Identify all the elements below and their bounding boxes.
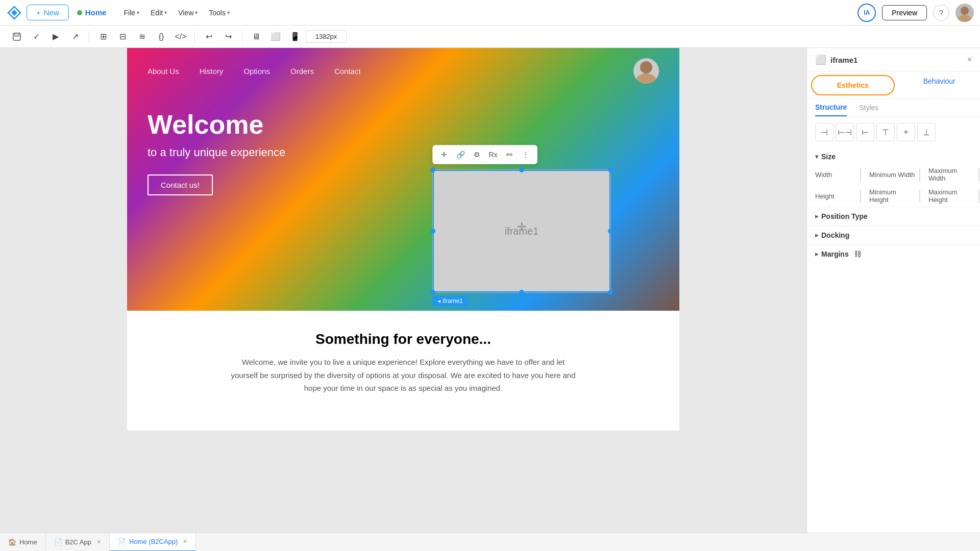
handle-top-right[interactable] [608, 167, 613, 172]
iframe-move-tool[interactable]: ✛ [437, 147, 451, 162]
hero-content: Welcome to a truly unique experience Con… [148, 109, 285, 195]
align-left[interactable]: ⊣ [815, 123, 834, 141]
nav-options[interactable]: Options [243, 67, 270, 76]
components-tool[interactable]: ⊞ [94, 28, 112, 45]
new-label: New [44, 8, 59, 17]
tools-label: Tools [209, 9, 226, 17]
handle-top-mid[interactable] [519, 167, 524, 172]
iframe-connect-tool[interactable]: ⚯ [502, 147, 517, 162]
subtab-styles[interactable]: Styles [859, 104, 878, 116]
height-input[interactable] [861, 190, 861, 203]
topbar: + New Home File ▾ Edit ▾ View ▾ Tools ▾ … [0, 0, 980, 26]
tab-home-b2capp[interactable]: 📄 Home (B2CApp) ✕ [110, 533, 196, 552]
nav-about[interactable]: About Us [148, 67, 179, 76]
canvas-scroll[interactable]: About Us History Options Orders Contact [0, 48, 806, 533]
site-nav: About Us History Options Orders Contact [127, 48, 679, 94]
max-height-input[interactable] [979, 190, 979, 203]
layers-tool[interactable]: ⊟ [114, 28, 131, 45]
redo-tool[interactable]: ↪ [219, 28, 237, 45]
handle-bottom-mid[interactable] [519, 290, 524, 295]
panel-icon: ⬜ [815, 54, 826, 65]
panel-title-text: iframe1 [830, 56, 857, 64]
tab-behaviour[interactable]: Behaviour [899, 72, 981, 98]
site-content: Something for everyone... Welcome, we in… [127, 311, 679, 425]
panel-title: ⬜ iframe1 [815, 54, 857, 65]
tab-b2c-close[interactable]: ✕ [96, 539, 101, 545]
html-tool[interactable]: </> [172, 28, 189, 45]
code-tool[interactable]: {} [153, 28, 170, 45]
width-row: Width % Minimum Width Maximum Width [807, 164, 980, 185]
margins-section[interactable]: ▸ Margins ⛓ [807, 244, 980, 263]
align-top[interactable]: ⊤ [876, 123, 895, 141]
subtab-structure[interactable]: Structure [815, 103, 847, 116]
handle-right-mid[interactable] [608, 229, 613, 234]
menu-view[interactable]: View ▾ [173, 6, 203, 20]
nav-contact[interactable]: Contact [334, 67, 361, 76]
hero-title: Welcome [148, 109, 285, 140]
save-tool[interactable] [8, 28, 26, 45]
divider-3 [242, 31, 242, 43]
iframe-more-tool[interactable]: ⋮ [519, 147, 533, 162]
tab-b2c-icon: 📄 [54, 538, 62, 546]
align-right[interactable]: ⊢ [856, 123, 874, 141]
user-avatar[interactable] [955, 4, 974, 22]
align-center-v[interactable]: + [897, 123, 915, 141]
docking-section[interactable]: ▸ Docking [807, 226, 980, 244]
handle-bottom-left[interactable] [430, 290, 435, 295]
nav-orders[interactable]: Orders [290, 67, 314, 76]
subtabs: Structure Styles [807, 99, 980, 117]
margins-link-icon: ⛓ [854, 250, 861, 258]
check-tool[interactable]: ✓ [28, 28, 45, 45]
export-tool[interactable]: ↗ [66, 28, 84, 45]
max-width-input-wrap [978, 168, 979, 182]
canvas-wrapper: About Us History Options Orders Contact [0, 48, 806, 533]
undo-tool[interactable]: ↩ [200, 28, 217, 45]
handle-bottom-right[interactable] [608, 290, 613, 295]
app-logo[interactable] [6, 5, 22, 21]
width-input[interactable] [861, 168, 861, 181]
iframe-element[interactable]: iframe1 ✛ [432, 169, 611, 293]
new-button[interactable]: + New [27, 5, 69, 20]
menu-file[interactable]: File ▾ [118, 6, 144, 20]
nav-history[interactable]: History [200, 67, 224, 76]
divider-1 [89, 31, 89, 43]
play-tool[interactable]: ▶ [47, 28, 64, 45]
svg-point-4 [640, 61, 652, 73]
max-width-input[interactable] [979, 168, 979, 181]
contact-button[interactable]: Contact us! [148, 174, 213, 195]
tab-home-b2c-close[interactable]: ✕ [183, 538, 187, 545]
desktop-tool[interactable]: 🖥 [248, 28, 265, 45]
menu-tools[interactable]: Tools ▾ [204, 6, 235, 20]
help-button[interactable]: ? [933, 5, 949, 21]
menu-edit[interactable]: Edit ▾ [145, 6, 172, 20]
min-width-input[interactable] [920, 168, 920, 181]
topbar-right: IA Preview ? [857, 4, 974, 22]
tab-home-b2c-icon: 📄 [118, 538, 126, 545]
home-status-dot [77, 10, 82, 15]
tablet-tool[interactable]: ⬜ [267, 28, 284, 45]
tools-chevron: ▾ [227, 10, 230, 15]
size-section-header[interactable]: ▾ Size [807, 147, 980, 164]
tab-home[interactable]: 🏠 Home [0, 533, 46, 552]
px-display[interactable]: 1382px [306, 30, 347, 43]
tab-b2capp[interactable]: 📄 B2C App ✕ [46, 533, 110, 552]
ia-badge[interactable]: IA [857, 4, 876, 22]
align-bottom[interactable]: ⊥ [917, 123, 936, 141]
iframe-link-tool[interactable]: 🔗 [453, 147, 468, 162]
mobile-tool[interactable]: 📱 [286, 28, 304, 45]
handle-top-left[interactable] [430, 167, 435, 172]
panel-tabs: Esthetics Behaviour [807, 72, 980, 99]
iframe-rx-tool[interactable]: Rx [486, 147, 500, 162]
panel-close-button[interactable]: × [967, 55, 972, 64]
iframe-settings-tool[interactable]: ⚙ [470, 147, 484, 162]
position-type-label: Position Type [821, 212, 868, 220]
home-tab[interactable]: Home [77, 8, 107, 17]
handle-left-mid[interactable] [430, 229, 435, 234]
tab-esthetics[interactable]: Esthetics [811, 75, 895, 95]
min-height-input[interactable] [920, 190, 920, 203]
iframe-tag[interactable]: ◂ iframe1 [432, 296, 468, 306]
position-type-section[interactable]: ▸ Position Type [807, 207, 980, 226]
preview-button[interactable]: Preview [882, 5, 927, 20]
data-tool[interactable]: ≋ [133, 28, 151, 45]
align-center-h[interactable]: ⊢⊣ [836, 123, 854, 141]
